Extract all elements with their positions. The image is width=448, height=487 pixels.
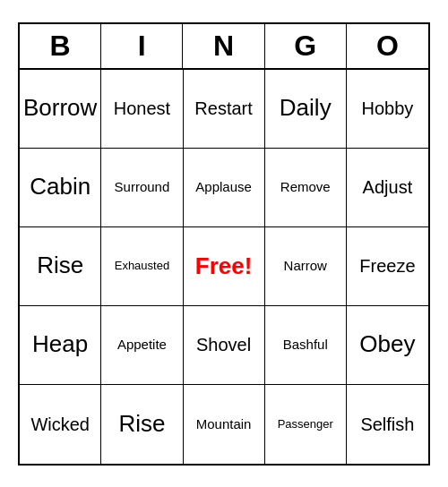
bingo-cell: Narrow: [265, 227, 347, 306]
bingo-card: BINGO BorrowHonestRestartDailyHobbyCabin…: [18, 22, 430, 466]
bingo-cell: Mountain: [184, 385, 265, 464]
bingo-cell: Honest: [101, 70, 183, 149]
bingo-header: BINGO: [20, 24, 428, 70]
cell-text: Bashful: [283, 337, 328, 353]
cell-text: Obey: [359, 330, 415, 358]
bingo-cell: Freeze: [347, 227, 428, 306]
bingo-cell: Borrow: [20, 70, 101, 149]
cell-text: Selfish: [360, 414, 414, 435]
bingo-cell: Rise: [101, 385, 183, 464]
bingo-cell: Remove: [265, 149, 347, 227]
cell-text: Passenger: [278, 417, 333, 431]
cell-text: Adjust: [363, 176, 413, 198]
cell-text: Surround: [115, 179, 170, 195]
bingo-cell: Hobby: [347, 70, 428, 149]
cell-text: Rise: [37, 252, 83, 279]
cell-text: Free!: [195, 252, 253, 280]
bingo-cell: Passenger: [265, 385, 347, 464]
cell-text: Freeze: [359, 255, 415, 277]
bingo-grid: BorrowHonestRestartDailyHobbyCabinSurrou…: [20, 70, 428, 464]
cell-text: Restart: [194, 98, 252, 119]
bingo-cell: Bashful: [265, 306, 347, 385]
cell-text: Hobby: [362, 98, 414, 119]
bingo-cell: Cabin: [20, 149, 101, 227]
cell-text: Shovel: [196, 334, 251, 355]
bingo-cell: Exhausted: [101, 227, 183, 306]
cell-text: Cabin: [30, 173, 90, 201]
bingo-cell: Heap: [20, 306, 101, 385]
cell-text: Mountain: [196, 416, 252, 432]
cell-text: Rise: [118, 410, 165, 438]
cell-text: Remove: [280, 179, 331, 195]
header-letter: B: [20, 24, 101, 68]
bingo-cell: Free!: [184, 227, 265, 306]
cell-text: Appetite: [117, 337, 167, 353]
bingo-cell: Applause: [184, 149, 265, 227]
bingo-cell: Adjust: [347, 149, 428, 227]
bingo-cell: Restart: [184, 70, 265, 149]
cell-text: Borrow: [23, 94, 97, 122]
header-letter: N: [183, 24, 264, 68]
header-letter: O: [347, 24, 428, 68]
bingo-cell: Appetite: [101, 306, 183, 385]
bingo-cell: Selfish: [347, 385, 428, 464]
bingo-cell: Surround: [101, 149, 183, 227]
bingo-cell: Daily: [265, 70, 347, 149]
cell-text: Daily: [280, 94, 332, 122]
bingo-cell: Rise: [20, 227, 101, 306]
cell-text: Heap: [32, 330, 88, 358]
bingo-cell: Wicked: [20, 385, 101, 464]
cell-text: Wicked: [30, 414, 90, 435]
cell-text: Narrow: [284, 258, 327, 274]
cell-text: Exhausted: [115, 259, 169, 273]
cell-text: Applause: [195, 179, 252, 195]
header-letter: G: [265, 24, 347, 68]
cell-text: Honest: [114, 98, 170, 119]
header-letter: I: [101, 24, 183, 68]
bingo-cell: Shovel: [184, 306, 265, 385]
bingo-cell: Obey: [347, 306, 428, 385]
